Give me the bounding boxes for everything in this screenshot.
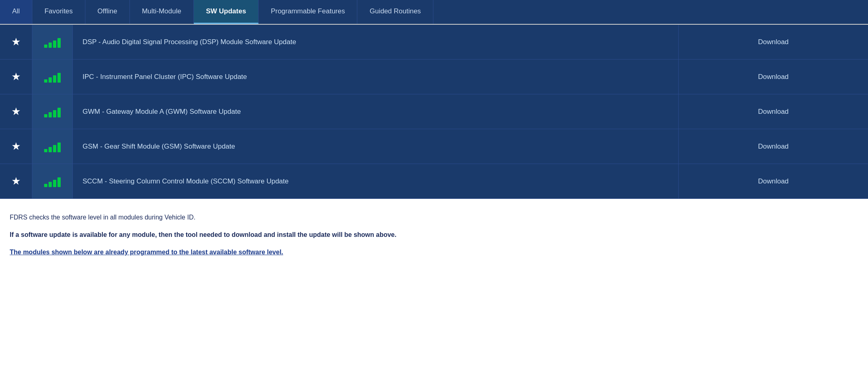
star-icon: ★ (11, 70, 21, 83)
signal-bars-icon (44, 106, 61, 117)
row-label: GWM - Gateway Module A (GWM) Software Up… (73, 94, 679, 129)
tab-guided-routines[interactable]: Guided Routines (357, 0, 433, 24)
star-icon: ★ (11, 175, 21, 187)
signal-bars-icon (44, 36, 61, 48)
tab-all[interactable]: All (0, 0, 32, 24)
star-cell[interactable]: ★ (0, 60, 32, 94)
tab-bar: AllFavoritesOfflineMulti-ModuleSW Update… (0, 0, 868, 25)
table-row: ★SCCM - Steering Column Control Module (… (0, 164, 868, 199)
tab-programmable-features[interactable]: Programmable Features (259, 0, 357, 24)
signal-bars-icon (44, 141, 61, 152)
signal-cell (32, 164, 73, 198)
row-label: GSM - Gear Shift Module (GSM) Software U… (73, 129, 679, 164)
download-button[interactable]: Download (679, 94, 868, 129)
footer-line1: FDRS checks the software level in all mo… (10, 212, 858, 223)
row-label: DSP - Audio Digital Signal Processing (D… (73, 25, 679, 59)
tab-sw-updates[interactable]: SW Updates (194, 0, 259, 24)
signal-cell (32, 94, 73, 129)
row-label: SCCM - Steering Column Control Module (S… (73, 164, 679, 198)
star-icon: ★ (11, 36, 21, 48)
table-row: ★DSP - Audio Digital Signal Processing (… (0, 25, 868, 60)
star-cell[interactable]: ★ (0, 25, 32, 59)
footer-section: FDRS checks the software level in all mo… (0, 199, 868, 258)
star-icon: ★ (11, 105, 21, 118)
footer-line2: If a software update is available for an… (10, 229, 858, 240)
download-button[interactable]: Download (679, 25, 868, 59)
download-button[interactable]: Download (679, 60, 868, 94)
table-row: ★GWM - Gateway Module A (GWM) Software U… (0, 94, 868, 129)
star-cell[interactable]: ★ (0, 164, 32, 198)
tab-offline[interactable]: Offline (85, 0, 130, 24)
signal-cell (32, 129, 73, 164)
tab-favorites[interactable]: Favorites (32, 0, 85, 24)
star-cell[interactable]: ★ (0, 94, 32, 129)
table-row: ★IPC - Instrument Panel Cluster (IPC) So… (0, 60, 868, 94)
signal-cell (32, 25, 73, 59)
star-cell[interactable]: ★ (0, 129, 32, 164)
row-label: IPC - Instrument Panel Cluster (IPC) Sof… (73, 60, 679, 94)
tab-multi-module[interactable]: Multi-Module (130, 0, 194, 24)
download-button[interactable]: Download (679, 129, 868, 164)
signal-bars-icon (44, 176, 61, 187)
star-icon: ★ (11, 140, 21, 153)
signal-bars-icon (44, 71, 61, 83)
sw-updates-table: ★DSP - Audio Digital Signal Processing (… (0, 25, 868, 199)
signal-cell (32, 60, 73, 94)
footer-line3-link[interactable]: The modules shown below are already prog… (10, 249, 283, 256)
download-button[interactable]: Download (679, 164, 868, 198)
table-row: ★GSM - Gear Shift Module (GSM) Software … (0, 129, 868, 164)
